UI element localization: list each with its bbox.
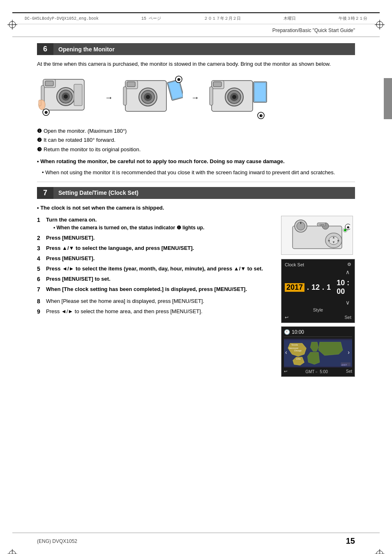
step-item-9: 9 Press ◄/► to select the home area, and… [37,307,273,316]
breadcrumb-text: Preparation/Basic "Quick Start Guide" [272,28,355,33]
step-text-8: When [Please set the home area] is displ… [46,297,204,305]
file-info-text: DC-GH5LBodyP-DVQX1052_eng.book [25,16,99,21]
camera2-svg: ❷ [121,74,183,120]
svg-text:❶: ❶ [44,111,48,115]
sec6-step2: ❷ It can be rotated 180° forward. [37,136,355,145]
world-clock-icon: 🕙 [284,329,290,335]
step-num-7: 7 [37,285,44,294]
svg-text:Toronto: Toronto [291,344,298,346]
file-info-header: DC-GH5LBodyP-DVQX1052_eng.book 15 ページ ２０… [12,12,380,24]
svg-point-31 [146,95,150,99]
arrow2: → [191,93,199,102]
step-sub-1: • When the camera is turned on, the stat… [53,224,204,231]
svg-text:Chicago: Chicago [294,350,302,352]
clock-bottom: ↩ Set [285,315,351,320]
camera1-group: ❶ [37,75,97,120]
svg-rect-39 [213,82,221,87]
world-time: 10:00 [292,329,304,335]
main-content: 6 Opening the Monitor At the time when t… [12,37,380,383]
step-item-4: 4 Press [MENU/SET]. [37,254,273,263]
svg-rect-27 [127,82,135,87]
page: DC-GH5LBodyP-DVQX1052_eng.book 15 ページ ２０… [0,12,392,554]
step-item-5: 5 Press ◄/► to select the items (year, m… [37,265,273,273]
arrow1: → [105,93,113,102]
svg-rect-32 [123,87,127,105]
section7-left: 1 Turn the camera on. • When the camera … [37,216,273,377]
svg-text:▼: ▼ [332,240,335,244]
section6-title: Opening the Monitor [53,44,120,54]
step2-text: It can be rotated 180° forward. [44,136,115,145]
svg-rect-14 [45,81,53,86]
camera-diagrams: ❶ → [37,74,355,121]
section6-number: 6 [37,43,53,55]
svg-point-57 [344,229,346,231]
step-num-1: 1 [37,216,44,224]
svg-rect-19 [74,84,82,106]
file-day: 木曜日 [284,16,296,21]
step-text-5: Press ◄/► to select the items (year, mon… [46,265,263,273]
svg-text:◄: ◄ [327,239,330,242]
camera3-svg: ❸ [208,74,269,120]
svg-text:❸: ❸ [259,114,263,118]
section6-intro: At the time when this camera is purchase… [37,60,355,68]
world-set: Set [346,369,352,375]
step-text-3: Press ▲/▼ to select the language, and pr… [46,244,194,252]
step-text-7: When [The clock setting has been complet… [46,285,247,293]
step-text-4: Press [MENU/SET]. [46,254,95,263]
file-time: 午後３時２１分 [339,16,367,21]
world-bottom: ↩ GMT－ 5:00 Set [284,369,352,375]
svg-text:Lima: Lima [296,358,301,360]
sec6-step3: ❸ Return the monitor to its original pos… [37,145,355,154]
clock-row: 2017 . 12 . 1 10 : 00 [285,275,351,299]
reg-mark-tr [375,20,385,30]
step-num-4: 4 [37,254,44,263]
chevron-down: ∨ [285,299,351,306]
step-text-2: Press [MENU/SET]. [46,234,95,242]
clock-day: 1 [327,283,331,292]
svg-rect-46 [254,83,266,102]
svg-point-18 [64,95,68,99]
svg-rect-34 [168,80,183,99]
camera1-svg: ❶ [37,75,97,118]
clock-dot2: . [322,283,324,292]
world-header: 🕙 10:00 [284,328,352,337]
step2-bullet: ❷ [37,136,42,145]
step-item-3: 3 Press ▲/▼ to select the language, and … [37,244,273,253]
step-text-9: Press ◄/► to select the home area, and t… [46,307,203,316]
clock-warning: • The clock is not set when the camera i… [37,204,355,212]
section6-warning: • When rotating the monitor, be careful … [37,157,355,166]
section7-header: 7 Setting Date/Time (Clock Set) [37,187,355,199]
step-num-8: 8 [37,297,44,306]
step1-bullet: ❶ [37,127,42,136]
file-date: ２０１７年２月２日 [204,16,241,21]
section6-header: 6 Opening the Monitor [37,43,355,55]
svg-text:OFF: OFF [320,224,325,226]
clock-month: 12 [311,283,320,292]
reg-mark-br [375,549,385,554]
clock-ui-box: Clock Set ⚙ ∧ 2017 . 12 . 1 10 : 00 [281,259,355,323]
world-back-icon: ↩ [284,369,287,375]
section7-right: OFF ❶ ▲ ▼ ◄ ► [281,216,355,377]
clock-gear: ⚙ [347,262,351,267]
step-text-6: Press [MENU/SET] to set. [46,275,111,283]
clock-set: Set [344,315,351,320]
camera2-group: ❷ [121,74,183,121]
step-num-9: 9 [37,307,44,316]
footer-label: (ENG) DVQX1052 [37,538,77,544]
step-num-5: 5 [37,265,44,273]
step-item-2: 2 Press [MENU/SET]. [37,234,273,242]
section7-title: Setting Date/Time (Clock Set) [53,188,143,198]
step3-text: Return the monitor to its original posit… [44,145,141,154]
svg-text:•DST: •DST [341,364,347,366]
world-map-svg: ‹ › Toronto Vancouver Chicago Lima •DST [284,340,352,367]
camera-control-svg: OFF ❶ ▲ ▼ ◄ ► [284,218,350,253]
page-footer: (ENG) DVQX1052 15 [12,533,380,546]
sec6-step1: ❶ Open the monitor. (Maximum 180°) [37,127,355,136]
section6-note: • When not using the monitor it is recom… [42,169,355,177]
clock-title: Clock Set [285,262,304,267]
svg-rect-44 [210,87,213,105]
clock-header: Clock Set ⚙ [285,262,351,267]
svg-text:›: › [348,349,350,355]
clock-dot1: . [307,283,309,292]
breadcrumb: Preparation/Basic "Quick Start Guide" [12,24,380,37]
